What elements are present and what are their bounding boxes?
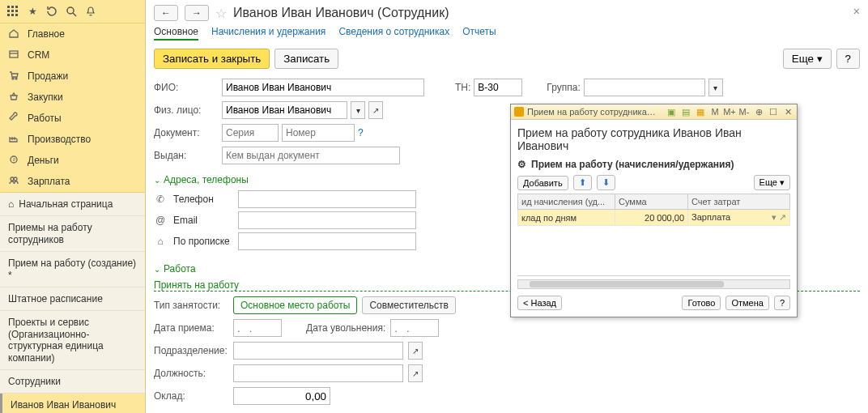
emp-type-main-chip[interactable]: Основное место работы xyxy=(233,296,357,314)
dlg-hscroll[interactable] xyxy=(517,279,790,289)
tb-mplus-btn[interactable]: M+ xyxy=(724,106,735,117)
emp-type-part-chip[interactable]: Совместительств xyxy=(362,296,455,314)
history-icon[interactable] xyxy=(45,5,58,18)
issued-input[interactable] xyxy=(222,147,400,164)
dlg-help-button[interactable]: ? xyxy=(774,296,790,310)
lower-item-label: Проекты и сервис (Организационно-структу… xyxy=(8,317,104,363)
col-account[interactable]: Счет затрат xyxy=(688,194,790,210)
favorite-icon[interactable]: ☆ xyxy=(215,6,227,21)
dept-open-icon[interactable]: ↗ xyxy=(408,342,423,360)
move-down-button[interactable]: ⬇ xyxy=(597,175,615,190)
sidebar-item-2[interactable]: Продажи xyxy=(0,66,145,87)
doc-series-input[interactable] xyxy=(222,124,279,142)
fire-date-label: Дата увольнения: xyxy=(306,322,385,334)
tab-1[interactable]: Начисления и удержания xyxy=(211,26,326,40)
lower-item-1[interactable]: Приемы на работу сотрудников xyxy=(0,216,145,252)
tb-zoom-icon[interactable]: ⊕ xyxy=(753,106,764,117)
tb-calc-icon[interactable]: ▤ xyxy=(680,106,691,117)
star-icon[interactable]: ★ xyxy=(26,5,39,18)
tn-input[interactable] xyxy=(474,79,522,96)
lower-item-6[interactable]: Иванов Иван Иванович (Сотрудник) xyxy=(0,394,145,413)
save-close-button[interactable]: Записать и закрыть xyxy=(154,49,270,69)
sidebar-item-1[interactable]: CRM xyxy=(0,45,145,66)
table-row[interactable]: клад по дням 20 000,00 Зарплата ▾ ↗ xyxy=(518,210,790,226)
sidebar-item-3[interactable]: Закупки xyxy=(0,87,145,108)
main: × ← → ☆ Иванов Иван Иванович (Сотрудник)… xyxy=(146,0,868,413)
tb-m-btn[interactable]: M xyxy=(709,106,721,117)
cell-sum: 20 000,00 xyxy=(615,210,688,226)
group-dropdown-icon[interactable]: ▾ xyxy=(708,79,723,96)
sidebar-item-5[interactable]: Производство xyxy=(0,129,145,150)
tab-2[interactable]: Сведения о сотрудниках xyxy=(338,26,449,40)
doc-help-icon[interactable]: ? xyxy=(358,127,364,138)
sidebar-item-4[interactable]: Работы xyxy=(0,108,145,129)
lower-item-4[interactable]: Проекты и сервис (Организационно-структу… xyxy=(0,311,145,370)
factory-icon xyxy=(8,133,21,146)
phys-open-icon[interactable]: ↗ xyxy=(368,101,383,119)
tab-3[interactable]: Отчеты xyxy=(462,26,496,40)
add-button[interactable]: Добавить xyxy=(517,176,568,190)
tb-cal-icon[interactable]: ▦ xyxy=(695,106,706,117)
crm-icon xyxy=(8,49,21,62)
lower-item-2[interactable]: Прием на работу (создание) * xyxy=(0,252,145,287)
tb-close-icon[interactable]: ✕ xyxy=(782,106,794,117)
col-kind[interactable]: ид начисления (уд... xyxy=(518,194,615,210)
address-input[interactable] xyxy=(238,232,416,250)
done-button[interactable]: Готово xyxy=(682,296,721,310)
search-icon[interactable] xyxy=(65,5,78,18)
phys-input[interactable] xyxy=(222,101,347,119)
phone-input[interactable] xyxy=(238,190,416,208)
svg-rect-6 xyxy=(7,14,10,16)
bell-icon[interactable] xyxy=(84,5,97,18)
sidebar-item-label: Производство xyxy=(28,134,91,145)
dlg-more-button[interactable]: Еще ▾ xyxy=(754,175,790,190)
sidebar-item-6[interactable]: ₽Деньги xyxy=(0,150,145,171)
tb-mminus-btn[interactable]: M- xyxy=(738,106,750,117)
hire-date-label: Дата приема: xyxy=(154,322,228,334)
back-button[interactable]: < Назад xyxy=(517,296,562,310)
phone-icon: ✆ xyxy=(154,194,167,205)
svg-point-18 xyxy=(14,177,17,181)
move-up-button[interactable]: ⬆ xyxy=(573,175,592,190)
save-button[interactable]: Записать xyxy=(274,49,338,69)
page-title: Иванов Иван Иванович (Сотрудник) xyxy=(233,6,449,20)
lower-item-label: Сотрудники xyxy=(8,376,61,387)
salary-label: Оклад: xyxy=(154,390,228,402)
dept-input[interactable] xyxy=(233,342,403,360)
doc-label: Документ: xyxy=(154,127,217,138)
col-sum[interactable]: Сумма xyxy=(615,194,688,210)
sidebar-item-label: Зарплата xyxy=(28,176,70,187)
close-icon[interactable]: × xyxy=(853,5,860,18)
lower-item-3[interactable]: Штатное расписание xyxy=(0,287,145,311)
cancel-button[interactable]: Отмена xyxy=(725,296,768,310)
help-button[interactable]: ? xyxy=(836,49,860,69)
position-open-icon[interactable]: ↗ xyxy=(408,364,423,382)
group-input[interactable] xyxy=(584,79,705,96)
sidebar-item-label: Деньги xyxy=(28,155,59,166)
phys-dropdown-icon[interactable]: ▾ xyxy=(351,101,365,119)
nav-back-button[interactable]: ← xyxy=(154,5,178,21)
hire-date-input[interactable] xyxy=(233,319,282,337)
sidebar-item-7[interactable]: Зарплата xyxy=(0,171,145,192)
chevron-down-icon: ⌄ xyxy=(154,265,160,274)
fire-date-input[interactable] xyxy=(390,319,439,337)
svg-rect-1 xyxy=(11,6,14,8)
tab-0[interactable]: Основное xyxy=(154,26,198,40)
sidebar-item-0[interactable]: Главное xyxy=(0,23,145,45)
lower-item-label: Иванов Иван Иванович (Сотрудник) xyxy=(11,399,116,413)
grid-icon[interactable] xyxy=(6,5,19,18)
fio-input[interactable] xyxy=(222,79,424,96)
doc-number-input[interactable] xyxy=(282,124,355,142)
nav-fwd-button[interactable]: → xyxy=(185,5,209,21)
more-button[interactable]: Еще ▾ xyxy=(783,49,832,69)
sidebar-item-label: Закупки xyxy=(28,92,63,103)
cell-account: Зарплата ▾ ↗ xyxy=(688,210,790,226)
salary-input[interactable] xyxy=(233,387,330,405)
svg-rect-0 xyxy=(7,6,10,8)
email-input[interactable] xyxy=(238,211,416,229)
lower-item-5[interactable]: Сотрудники xyxy=(0,370,145,394)
lower-item-0[interactable]: ⌂ Начальная страница xyxy=(0,193,145,216)
position-input[interactable] xyxy=(233,364,403,382)
tb-save-icon[interactable]: ▣ xyxy=(666,106,677,117)
tb-max-icon[interactable]: ☐ xyxy=(768,106,779,117)
